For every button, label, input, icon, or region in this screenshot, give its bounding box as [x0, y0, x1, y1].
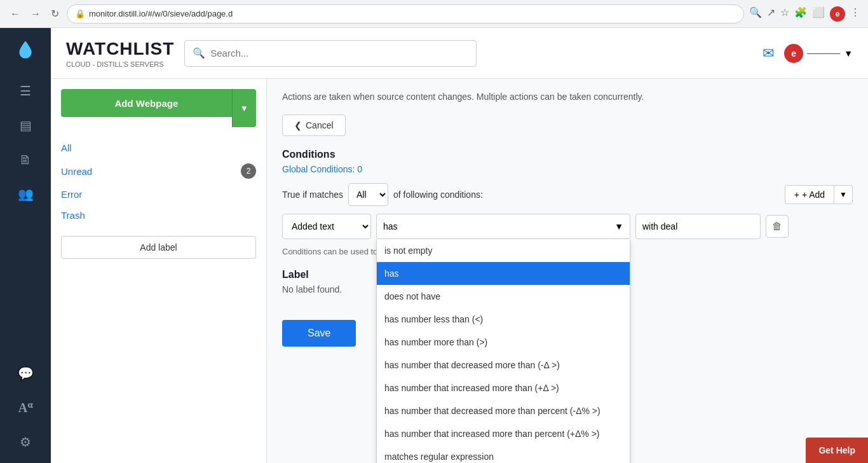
- sidebar: ☰ ▤ 🗎 👥 💬 Aᵅ ⚙: [0, 28, 51, 463]
- conditions-section: Conditions Global Conditions: 0 True if …: [282, 149, 853, 256]
- condition-fields-row: Added text Removed text Any text has ▼: [282, 214, 853, 239]
- chevron-down-icon: ▼: [844, 48, 853, 59]
- user-name: ————: [807, 48, 840, 58]
- sidebar-item-chat[interactable]: 💬: [6, 357, 44, 389]
- mail-icon[interactable]: ✉: [763, 45, 774, 62]
- operator-option-decreased-percent[interactable]: has number that decreased more than perc…: [377, 399, 630, 422]
- left-panel: Add Webpage ▼ All Unread 2 Error: [51, 79, 267, 463]
- sidebar-item-translate[interactable]: Aᵅ: [6, 392, 44, 424]
- chevron-left-icon: ❮: [294, 120, 302, 130]
- profile-icon[interactable]: e: [830, 6, 845, 22]
- operator-option-decreased[interactable]: has number that decreased more than (-Δ …: [377, 354, 630, 377]
- add-webpage-button[interactable]: Add Webpage: [61, 89, 232, 117]
- condition-value-input[interactable]: [635, 214, 761, 239]
- zoom-icon[interactable]: 🔍: [749, 6, 762, 22]
- refresh-button[interactable]: ↻: [48, 5, 62, 22]
- sidebar-item-document[interactable]: 🗎: [6, 144, 44, 176]
- url-text: monitor.distill.io/#/w/0/sieve/add/page.…: [89, 9, 233, 18]
- extension-icon[interactable]: 🧩: [794, 6, 807, 22]
- menu-icon[interactable]: ⋮: [850, 6, 860, 22]
- global-conditions-link[interactable]: Global Conditions: 0: [282, 164, 853, 174]
- add-condition-dropdown-button[interactable]: ▼: [834, 185, 853, 204]
- operator-option-has[interactable]: has: [377, 262, 630, 285]
- search-icon: 🔍: [193, 47, 205, 59]
- match-select[interactable]: All Any: [348, 183, 388, 206]
- nav-links: All Unread 2 Error Trash: [61, 137, 256, 226]
- dropdown-arrow-icon: ▼: [240, 104, 248, 113]
- app-container: ☰ ▤ 🗎 👥 💬 Aᵅ ⚙ WATCHLIST CLOUD - DISTILL…: [0, 28, 868, 463]
- browser-bar: ← → ↻ 🔒 monitor.distill.io/#/w/0/sieve/a…: [0, 0, 868, 28]
- star-icon[interactable]: ☆: [780, 6, 789, 22]
- users-icon: 👥: [18, 186, 34, 202]
- conditions-match-row: True if matches All Any of following con…: [282, 183, 853, 206]
- browser-toolbar: 🔍 ↗ ☆ 🧩 ⬜ e ⋮: [749, 6, 860, 22]
- add-webpage-dropdown-button[interactable]: ▼: [232, 89, 256, 127]
- operator-option-less-than[interactable]: has number less than (<): [377, 308, 630, 331]
- trash-icon: 🗑: [772, 221, 782, 232]
- app-subtitle: CLOUD - DISTILL'S SERVERS: [66, 60, 174, 68]
- operator-option-increased[interactable]: has number that increased more than (+Δ …: [377, 377, 630, 399]
- header-title-area: WATCHLIST CLOUD - DISTILL'S SERVERS: [66, 39, 174, 68]
- add-btn-group: + + Add ▼: [785, 185, 853, 204]
- address-bar[interactable]: 🔒 monitor.distill.io/#/w/0/sieve/add/pag…: [67, 4, 744, 24]
- save-button[interactable]: Save: [282, 320, 356, 347]
- dropdown-chevron-icon: ▼: [614, 221, 623, 232]
- operator-dropdown-list: is not empty has does not have has numbe…: [376, 239, 630, 463]
- nav-trash[interactable]: Trash: [61, 205, 256, 226]
- cancel-button[interactable]: ❮ Cancel: [282, 114, 346, 136]
- fullscreen-icon[interactable]: ⬜: [812, 6, 825, 22]
- plus-icon: +: [794, 190, 799, 200]
- logo[interactable]: [10, 34, 41, 66]
- header-right: ✉ e ———— ▼: [763, 44, 853, 63]
- add-label-button[interactable]: Add label: [61, 236, 256, 259]
- sidebar-item-settings[interactable]: ⚙: [6, 426, 44, 458]
- main-content: WATCHLIST CLOUD - DISTILL'S SERVERS 🔍 ✉ …: [51, 28, 868, 463]
- back-button[interactable]: ←: [8, 6, 23, 22]
- operator-option-more-than[interactable]: has number more than (>): [377, 331, 630, 354]
- sidebar-item-users[interactable]: 👥: [6, 178, 44, 210]
- operator-option-increased-percent[interactable]: has number that increased more than perc…: [377, 422, 630, 445]
- operator-option-regex[interactable]: matches regular expression: [377, 445, 630, 463]
- action-description: Actions are taken when source content ch…: [282, 92, 853, 102]
- settings-icon: ⚙: [20, 434, 31, 450]
- forward-button[interactable]: →: [28, 6, 43, 22]
- dropdown-icon: ▼: [839, 190, 847, 199]
- operator-option-is-not-empty[interactable]: is not empty: [377, 239, 630, 262]
- search-input[interactable]: [210, 48, 468, 59]
- body-container: Add Webpage ▼ All Unread 2 Error: [51, 79, 868, 463]
- search-bar[interactable]: 🔍: [184, 40, 477, 67]
- header: WATCHLIST CLOUD - DISTILL'S SERVERS 🔍 ✉ …: [51, 28, 868, 79]
- delete-condition-button[interactable]: 🗑: [766, 215, 789, 238]
- selected-operator-text: has: [383, 221, 398, 232]
- list-icon: ☰: [20, 83, 31, 99]
- document-icon: 🗎: [19, 153, 32, 167]
- get-help-button[interactable]: Get Help: [806, 438, 868, 463]
- nav-unread[interactable]: Unread 2: [61, 158, 256, 184]
- sidebar-item-list[interactable]: ☰: [6, 75, 44, 107]
- nav-error[interactable]: Error: [61, 184, 256, 205]
- of-following-label: of following conditions:: [393, 190, 483, 200]
- chart-icon: ▤: [20, 118, 32, 133]
- operator-option-does-not-have[interactable]: does not have: [377, 285, 630, 308]
- chat-icon: 💬: [18, 366, 34, 381]
- add-condition-button[interactable]: + + Add: [785, 185, 834, 204]
- share-icon[interactable]: ↗: [767, 6, 775, 22]
- condition-operator-display[interactable]: has ▼: [376, 214, 630, 239]
- logo-icon: [15, 40, 36, 60]
- true-if-label: True if matches: [282, 190, 343, 200]
- right-panel: Actions are taken when source content ch…: [267, 79, 868, 463]
- add-label: + Add: [802, 190, 825, 200]
- user-menu[interactable]: e ———— ▼: [784, 44, 853, 63]
- app-title: WATCHLIST: [66, 39, 174, 59]
- sidebar-item-chart[interactable]: ▤: [6, 109, 44, 141]
- lock-icon: 🔒: [75, 9, 85, 18]
- condition-field-select[interactable]: Added text Removed text Any text: [282, 214, 371, 239]
- add-webpage-label: Add Webpage: [115, 98, 179, 109]
- translate-icon: Aᵅ: [18, 400, 32, 415]
- condition-operator-dropdown[interactable]: has ▼ is not empty has does not have has…: [376, 214, 630, 239]
- unread-badge: 2: [241, 163, 256, 179]
- cancel-label: Cancel: [306, 120, 334, 130]
- avatar: e: [784, 44, 803, 63]
- nav-all[interactable]: All: [61, 137, 256, 158]
- conditions-title: Conditions: [282, 149, 853, 160]
